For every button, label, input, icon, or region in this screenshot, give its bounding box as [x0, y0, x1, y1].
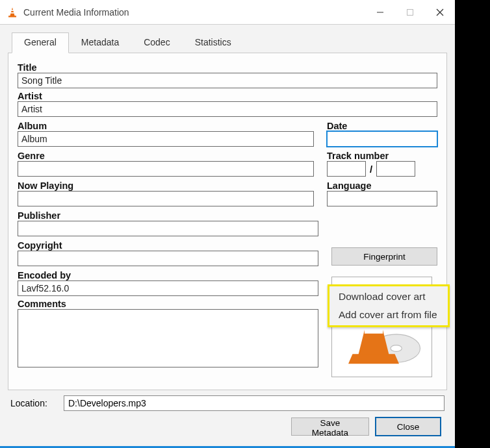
publisher-input[interactable] — [18, 221, 318, 236]
svg-point-9 — [391, 345, 402, 351]
vlc-cone-icon — [6, 6, 18, 18]
genre-input[interactable] — [18, 161, 314, 177]
fingerprint-button[interactable]: Fingerprint — [331, 247, 437, 266]
window-title: Current Media Information — [23, 7, 365, 18]
svg-rect-1 — [11, 10, 14, 11]
date-input[interactable] — [327, 131, 437, 147]
location-label: Location: — [10, 398, 57, 408]
track-separator: / — [370, 164, 372, 175]
location-input[interactable] — [64, 395, 445, 411]
tabpage-general: Title Artist Album Date Genre — [8, 53, 447, 390]
copyright-label: Copyright — [18, 240, 318, 251]
copyright-input[interactable] — [18, 251, 318, 266]
language-label: Language — [327, 180, 437, 191]
title-input[interactable] — [18, 73, 437, 88]
titlebar: Current Media Information — [0, 0, 455, 25]
album-label: Album — [18, 121, 314, 131]
save-metadata-button[interactable]: Save Metadata — [291, 417, 369, 436]
close-window-button[interactable] — [425, 0, 455, 25]
tabstrip: General Metadata Codec Statistics — [8, 32, 447, 53]
now-playing-label: Now Playing — [18, 180, 314, 191]
comments-label: Comments — [18, 299, 318, 309]
comments-input[interactable] — [18, 309, 318, 367]
menu-download-cover-art[interactable]: Download cover art — [329, 288, 448, 306]
artist-input[interactable] — [18, 101, 437, 117]
svg-rect-5 — [407, 9, 413, 15]
tab-metadata[interactable]: Metadata — [69, 32, 131, 53]
svg-rect-12 — [364, 327, 382, 334]
genre-label: Genre — [18, 151, 314, 161]
minimize-button[interactable] — [365, 0, 395, 25]
svg-marker-0 — [10, 7, 15, 16]
artist-label: Artist — [18, 91, 437, 101]
date-label: Date — [327, 121, 437, 131]
encoded-by-label: Encoded by — [18, 270, 318, 280]
tab-statistics[interactable]: Statistics — [183, 32, 244, 53]
album-input[interactable] — [18, 131, 314, 147]
language-input[interactable] — [327, 191, 437, 206]
track-total-input[interactable] — [376, 161, 415, 177]
svg-marker-13 — [348, 354, 399, 364]
encoded-by-input[interactable] — [18, 280, 318, 296]
maximize-button[interactable] — [395, 0, 425, 25]
publisher-label: Publisher — [18, 210, 318, 221]
tab-codec[interactable]: Codec — [131, 32, 182, 53]
media-info-window: Current Media Information General Metada… — [0, 0, 455, 448]
svg-rect-2 — [10, 12, 14, 14]
bottom-bar: Location: Save Metadata Close — [8, 390, 447, 441]
client-area: General Metadata Codec Statistics Title … — [0, 25, 455, 446]
title-label: Title — [18, 62, 437, 73]
menu-add-cover-art-from-file[interactable]: Add cover art from file — [329, 306, 448, 324]
track-number-label: Track number — [327, 151, 437, 161]
track-number-input[interactable] — [327, 161, 366, 177]
svg-rect-3 — [8, 16, 16, 17]
now-playing-input[interactable] — [18, 191, 314, 206]
tab-general[interactable]: General — [12, 32, 69, 53]
cover-art-context-menu: Download cover art Add cover art from fi… — [328, 284, 450, 327]
close-button[interactable]: Close — [376, 417, 441, 436]
